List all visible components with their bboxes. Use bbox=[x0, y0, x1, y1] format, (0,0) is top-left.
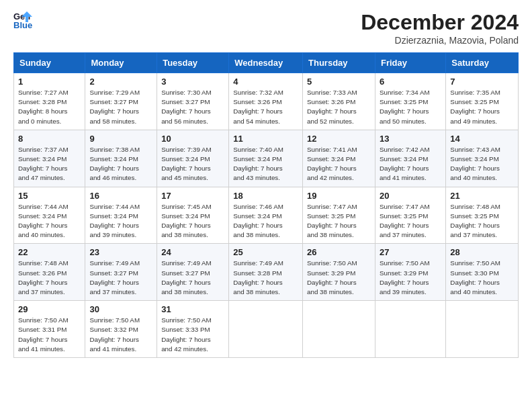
month-title: December 2024 bbox=[361, 10, 519, 35]
day-of-week-header-row: SundayMondayTuesdayWednesdayThursdayFrid… bbox=[14, 53, 519, 73]
week-row-2: 15Sunrise: 7:44 AM Sunset: 3:24 PM Dayli… bbox=[14, 187, 519, 244]
day-cell-16: 16Sunrise: 7:44 AM Sunset: 3:24 PM Dayli… bbox=[85, 187, 157, 244]
day-info: Sunrise: 7:47 AM Sunset: 3:25 PM Dayligh… bbox=[380, 202, 441, 240]
day-cell-18: 18Sunrise: 7:46 AM Sunset: 3:24 PM Dayli… bbox=[229, 187, 303, 244]
day-number: 7 bbox=[450, 77, 514, 87]
day-number: 25 bbox=[233, 247, 298, 257]
day-info: Sunrise: 7:50 AM Sunset: 3:31 PM Dayligh… bbox=[18, 316, 81, 354]
day-cell-9: 9Sunrise: 7:38 AM Sunset: 3:24 PM Daylig… bbox=[85, 130, 157, 187]
week-row-0: 1Sunrise: 7:27 AM Sunset: 3:28 PM Daylig… bbox=[14, 73, 519, 130]
day-cell-3: 3Sunrise: 7:30 AM Sunset: 3:27 PM Daylig… bbox=[157, 73, 229, 130]
day-info: Sunrise: 7:27 AM Sunset: 3:28 PM Dayligh… bbox=[18, 88, 81, 126]
dow-monday: Monday bbox=[85, 53, 157, 73]
day-cell-11: 11Sunrise: 7:40 AM Sunset: 3:24 PM Dayli… bbox=[229, 130, 303, 187]
day-cell-13: 13Sunrise: 7:42 AM Sunset: 3:24 PM Dayli… bbox=[375, 130, 445, 187]
day-number: 30 bbox=[89, 304, 152, 314]
day-info: Sunrise: 7:46 AM Sunset: 3:24 PM Dayligh… bbox=[233, 202, 298, 240]
day-cell-19: 19Sunrise: 7:47 AM Sunset: 3:25 PM Dayli… bbox=[303, 187, 375, 244]
title-section: December 2024 Dzierzaznia, Mazovia, Pola… bbox=[361, 10, 519, 46]
day-info: Sunrise: 7:50 AM Sunset: 3:29 PM Dayligh… bbox=[380, 259, 441, 297]
day-cell-5: 5Sunrise: 7:33 AM Sunset: 3:26 PM Daylig… bbox=[303, 73, 375, 130]
day-number: 8 bbox=[18, 134, 81, 144]
day-number: 21 bbox=[450, 191, 514, 201]
day-cell-7: 7Sunrise: 7:35 AM Sunset: 3:25 PM Daylig… bbox=[446, 73, 519, 130]
day-cell-23: 23Sunrise: 7:49 AM Sunset: 3:27 PM Dayli… bbox=[85, 244, 157, 301]
day-info: Sunrise: 7:49 AM Sunset: 3:28 PM Dayligh… bbox=[233, 259, 298, 297]
day-cell-30: 30Sunrise: 7:50 AM Sunset: 3:32 PM Dayli… bbox=[85, 301, 157, 358]
day-info: Sunrise: 7:50 AM Sunset: 3:29 PM Dayligh… bbox=[307, 259, 371, 297]
day-cell-21: 21Sunrise: 7:48 AM Sunset: 3:25 PM Dayli… bbox=[446, 187, 519, 244]
day-info: Sunrise: 7:32 AM Sunset: 3:26 PM Dayligh… bbox=[233, 88, 298, 126]
day-info: Sunrise: 7:42 AM Sunset: 3:24 PM Dayligh… bbox=[380, 145, 441, 183]
day-number: 14 bbox=[450, 134, 514, 144]
day-cell-14: 14Sunrise: 7:43 AM Sunset: 3:24 PM Dayli… bbox=[446, 130, 519, 187]
dow-wednesday: Wednesday bbox=[229, 53, 303, 73]
week-row-1: 8Sunrise: 7:37 AM Sunset: 3:24 PM Daylig… bbox=[14, 130, 519, 187]
day-number: 29 bbox=[18, 304, 81, 314]
day-number: 23 bbox=[89, 247, 152, 257]
logo-icon: Gen Blue bbox=[13, 10, 32, 29]
dow-sunday: Sunday bbox=[14, 53, 85, 73]
day-cell-10: 10Sunrise: 7:39 AM Sunset: 3:24 PM Dayli… bbox=[157, 130, 229, 187]
day-info: Sunrise: 7:45 AM Sunset: 3:24 PM Dayligh… bbox=[161, 202, 224, 240]
day-number: 6 bbox=[380, 77, 441, 87]
day-cell-29: 29Sunrise: 7:50 AM Sunset: 3:31 PM Dayli… bbox=[14, 301, 85, 358]
day-info: Sunrise: 7:48 AM Sunset: 3:26 PM Dayligh… bbox=[18, 259, 81, 297]
day-number: 17 bbox=[161, 191, 224, 201]
day-info: Sunrise: 7:48 AM Sunset: 3:25 PM Dayligh… bbox=[450, 202, 514, 240]
day-cell-24: 24Sunrise: 7:49 AM Sunset: 3:27 PM Dayli… bbox=[157, 244, 229, 301]
day-number: 22 bbox=[18, 247, 81, 257]
dow-tuesday: Tuesday bbox=[157, 53, 229, 73]
day-cell-28: 28Sunrise: 7:50 AM Sunset: 3:30 PM Dayli… bbox=[446, 244, 519, 301]
page: Gen Blue December 2024 Dzierzaznia, Mazo… bbox=[0, 0, 532, 411]
day-number: 10 bbox=[161, 134, 224, 144]
day-cell-1: 1Sunrise: 7:27 AM Sunset: 3:28 PM Daylig… bbox=[14, 73, 85, 130]
week-row-4: 29Sunrise: 7:50 AM Sunset: 3:31 PM Dayli… bbox=[14, 301, 519, 358]
day-cell-26: 26Sunrise: 7:50 AM Sunset: 3:29 PM Dayli… bbox=[303, 244, 375, 301]
header: Gen Blue December 2024 Dzierzaznia, Mazo… bbox=[13, 10, 519, 46]
day-number: 24 bbox=[161, 247, 224, 257]
calendar-table: SundayMondayTuesdayWednesdayThursdayFrid… bbox=[13, 52, 519, 358]
day-number: 26 bbox=[307, 247, 371, 257]
day-cell-6: 6Sunrise: 7:34 AM Sunset: 3:25 PM Daylig… bbox=[375, 73, 445, 130]
day-info: Sunrise: 7:37 AM Sunset: 3:24 PM Dayligh… bbox=[18, 145, 81, 183]
day-number: 31 bbox=[161, 304, 224, 314]
day-number: 28 bbox=[450, 247, 514, 257]
day-info: Sunrise: 7:34 AM Sunset: 3:25 PM Dayligh… bbox=[380, 88, 441, 126]
day-info: Sunrise: 7:43 AM Sunset: 3:24 PM Dayligh… bbox=[450, 145, 514, 183]
day-cell-12: 12Sunrise: 7:41 AM Sunset: 3:24 PM Dayli… bbox=[303, 130, 375, 187]
empty-cell bbox=[229, 301, 303, 358]
day-number: 1 bbox=[18, 77, 81, 87]
day-info: Sunrise: 7:44 AM Sunset: 3:24 PM Dayligh… bbox=[89, 202, 152, 240]
day-number: 4 bbox=[233, 77, 298, 87]
day-number: 16 bbox=[89, 191, 152, 201]
day-number: 5 bbox=[307, 77, 371, 87]
day-cell-4: 4Sunrise: 7:32 AM Sunset: 3:26 PM Daylig… bbox=[229, 73, 303, 130]
dow-saturday: Saturday bbox=[446, 53, 519, 73]
day-info: Sunrise: 7:49 AM Sunset: 3:27 PM Dayligh… bbox=[161, 259, 224, 297]
day-info: Sunrise: 7:39 AM Sunset: 3:24 PM Dayligh… bbox=[161, 145, 224, 183]
day-info: Sunrise: 7:30 AM Sunset: 3:27 PM Dayligh… bbox=[161, 88, 224, 126]
day-number: 15 bbox=[18, 191, 81, 201]
day-info: Sunrise: 7:41 AM Sunset: 3:24 PM Dayligh… bbox=[307, 145, 371, 183]
empty-cell bbox=[303, 301, 375, 358]
calendar-body: 1Sunrise: 7:27 AM Sunset: 3:28 PM Daylig… bbox=[14, 73, 519, 358]
day-info: Sunrise: 7:33 AM Sunset: 3:26 PM Dayligh… bbox=[307, 88, 371, 126]
day-number: 20 bbox=[380, 191, 441, 201]
empty-cell bbox=[446, 301, 519, 358]
day-cell-2: 2Sunrise: 7:29 AM Sunset: 3:27 PM Daylig… bbox=[85, 73, 157, 130]
day-number: 11 bbox=[233, 134, 298, 144]
day-info: Sunrise: 7:49 AM Sunset: 3:27 PM Dayligh… bbox=[89, 259, 152, 297]
day-cell-25: 25Sunrise: 7:49 AM Sunset: 3:28 PM Dayli… bbox=[229, 244, 303, 301]
day-cell-15: 15Sunrise: 7:44 AM Sunset: 3:24 PM Dayli… bbox=[14, 187, 85, 244]
day-info: Sunrise: 7:35 AM Sunset: 3:25 PM Dayligh… bbox=[450, 88, 514, 126]
day-cell-8: 8Sunrise: 7:37 AM Sunset: 3:24 PM Daylig… bbox=[14, 130, 85, 187]
day-number: 13 bbox=[380, 134, 441, 144]
day-number: 27 bbox=[380, 247, 441, 257]
dow-thursday: Thursday bbox=[303, 53, 375, 73]
day-info: Sunrise: 7:29 AM Sunset: 3:27 PM Dayligh… bbox=[89, 88, 152, 126]
day-cell-17: 17Sunrise: 7:45 AM Sunset: 3:24 PM Dayli… bbox=[157, 187, 229, 244]
svg-text:Blue: Blue bbox=[13, 20, 32, 29]
day-cell-20: 20Sunrise: 7:47 AM Sunset: 3:25 PM Dayli… bbox=[375, 187, 445, 244]
day-info: Sunrise: 7:38 AM Sunset: 3:24 PM Dayligh… bbox=[89, 145, 152, 183]
